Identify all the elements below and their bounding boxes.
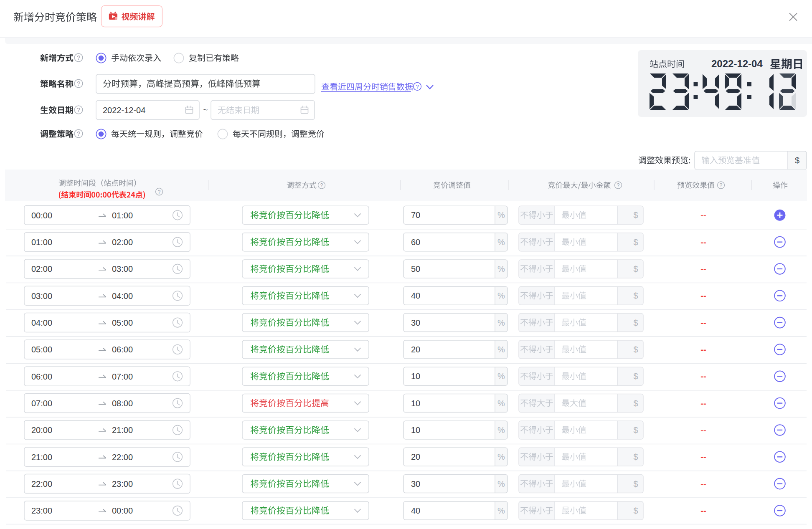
svg-text:60: 60	[411, 238, 420, 247]
svg-text:21:00: 21:00	[112, 425, 133, 435]
svg-text:03:00: 03:00	[112, 264, 133, 273]
svg-text:04:00: 04:00	[112, 291, 133, 301]
svg-text:22:00: 22:00	[31, 479, 52, 489]
svg-text:10: 10	[411, 425, 420, 435]
svg-text:40: 40	[411, 506, 420, 515]
svg-text:07:00: 07:00	[112, 372, 133, 381]
svg-text:07:00: 07:00	[31, 399, 52, 408]
svg-text:23:00: 23:00	[112, 479, 133, 489]
svg-text:05:00: 05:00	[112, 318, 133, 327]
svg-text:40: 40	[411, 291, 420, 300]
svg-text:00:00: 00:00	[31, 211, 52, 220]
svg-text:01:00: 01:00	[112, 211, 133, 220]
svg-text:20:00: 20:00	[31, 425, 52, 435]
svg-text:20: 20	[411, 345, 420, 354]
svg-text:23:00: 23:00	[31, 506, 52, 515]
svg-text:03:00: 03:00	[31, 291, 52, 301]
svg-text:2022-12-04: 2022-12-04	[711, 58, 763, 69]
svg-text:30: 30	[411, 479, 420, 489]
svg-text:$: $	[795, 156, 799, 165]
svg-text:2022-12-04: 2022-12-04	[103, 106, 145, 115]
svg-text:10: 10	[411, 399, 420, 408]
svg-text:08:00: 08:00	[112, 399, 133, 408]
svg-text:06:00: 06:00	[112, 345, 133, 354]
svg-text:00:00: 00:00	[112, 506, 133, 515]
svg-text:50: 50	[411, 264, 420, 273]
svg-text:30: 30	[411, 318, 420, 327]
svg-text:04:00: 04:00	[31, 318, 52, 327]
svg-text:05:00: 05:00	[31, 345, 52, 354]
svg-text:02:00: 02:00	[112, 238, 133, 247]
svg-text:01:00: 01:00	[31, 238, 52, 247]
svg-text:21:00: 21:00	[31, 453, 52, 462]
svg-text:02:00: 02:00	[31, 264, 52, 273]
svg-text:06:00: 06:00	[31, 372, 52, 381]
svg-text:70: 70	[411, 210, 420, 220]
svg-text:22:00: 22:00	[112, 453, 133, 462]
svg-text:10: 10	[411, 372, 420, 381]
svg-text:20: 20	[411, 452, 420, 461]
svg-text:~: ~	[203, 105, 208, 114]
